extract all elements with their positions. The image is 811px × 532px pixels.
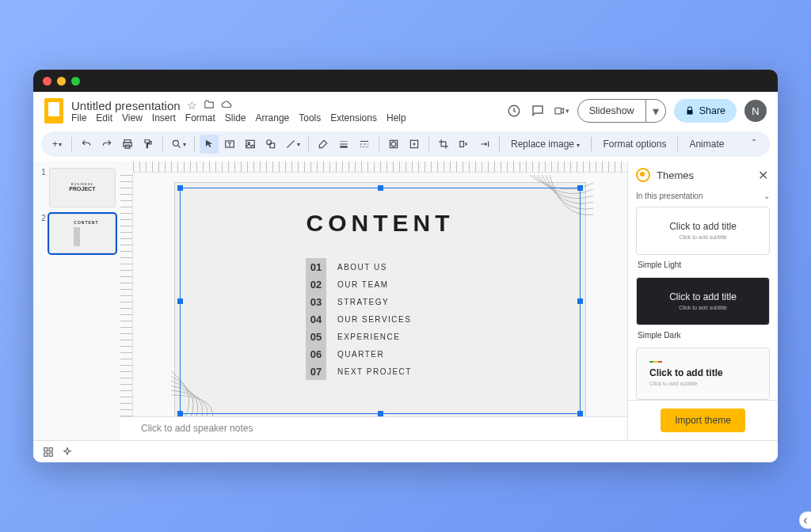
history-icon[interactable] (506, 103, 522, 119)
menu-format[interactable]: Format (185, 112, 215, 124)
menu-tools[interactable]: Tools (299, 112, 321, 124)
cloud-status-icon[interactable] (221, 99, 232, 112)
star-icon[interactable]: ☆ (187, 99, 197, 112)
window-titlebar (33, 70, 778, 92)
theme-card-simple-dark[interactable]: Click to add title Click to add subtitle (636, 277, 770, 325)
current-slide[interactable]: CONTENT 01ABOUT US 02OUR TEAM 03STRATEGY… (174, 182, 586, 416)
slideshow-dropdown[interactable]: ▾ (646, 99, 666, 123)
menu-view[interactable]: View (122, 112, 143, 124)
chevron-down-icon: ⌄ (763, 192, 770, 200)
slides-logo-icon (44, 98, 63, 124)
svg-point-4 (173, 140, 178, 146)
menu-bar: File Edit View Insert Format Slide Arran… (71, 112, 498, 124)
svg-rect-16 (44, 453, 48, 456)
menu-slide[interactable]: Slide (225, 112, 246, 124)
border-dash-button[interactable] (355, 135, 374, 154)
transition-button[interactable] (455, 135, 474, 154)
share-label: Share (699, 105, 725, 116)
slide-thumbnail-2[interactable]: CONTENT (49, 214, 116, 253)
toolbar: +▾ ▾ ▾ Replace image ▾ Format options An… (41, 131, 770, 157)
window-controls (43, 77, 80, 86)
svg-rect-17 (49, 453, 52, 456)
reset-image-button[interactable] (405, 135, 424, 154)
select-tool[interactable] (200, 135, 219, 154)
menu-arrange[interactable]: Arrange (256, 112, 290, 124)
svg-rect-0 (555, 108, 562, 114)
line-tool[interactable]: ▾ (282, 135, 303, 154)
shape-tool[interactable] (261, 135, 280, 154)
slideshow-group: Slideshow ▾ (577, 99, 666, 123)
slide-thumbnail-panel: 1 BUSINESS PROJECT 2 CONTENT (33, 162, 120, 440)
slideshow-button[interactable]: Slideshow (577, 99, 646, 123)
menu-file[interactable]: File (71, 112, 86, 124)
border-color-button[interactable] (314, 135, 333, 154)
slide-canvas[interactable]: CONTENT 01ABOUT US 02OUR TEAM 03STRATEGY… (133, 173, 627, 416)
border-weight-button[interactable] (334, 135, 353, 154)
svg-point-8 (267, 140, 272, 145)
animate-button[interactable]: Animate (683, 139, 730, 150)
speaker-notes-input[interactable]: Click to add speaker notes (120, 416, 627, 440)
svg-rect-6 (246, 140, 255, 147)
app-window: Untitled presentation ☆ File Edit View I… (33, 70, 778, 462)
comments-icon[interactable] (530, 103, 546, 119)
print-button[interactable] (118, 135, 137, 154)
app-header: Untitled presentation ☆ File Edit View I… (33, 92, 778, 127)
textbox-tool[interactable] (220, 135, 239, 154)
image-tool[interactable] (241, 135, 260, 154)
motion-button[interactable] (475, 135, 494, 154)
themes-panel-title: Themes (657, 169, 749, 181)
menu-help[interactable]: Help (386, 112, 406, 124)
svg-rect-13 (460, 142, 464, 147)
replace-image-button[interactable]: Replace image ▾ (504, 139, 586, 150)
move-icon[interactable] (204, 99, 215, 112)
menu-edit[interactable]: Edit (96, 112, 112, 124)
close-window-button[interactable] (43, 77, 51, 86)
zoom-button[interactable]: ▾ (168, 135, 189, 154)
themes-icon (636, 168, 650, 182)
selection-outline[interactable] (180, 188, 581, 414)
new-slide-button[interactable]: +▾ (48, 135, 67, 154)
svg-rect-14 (44, 447, 48, 450)
lock-icon (685, 106, 695, 116)
menu-insert[interactable]: Insert (152, 112, 176, 124)
undo-button[interactable] (77, 135, 96, 154)
horizontal-ruler (133, 162, 627, 173)
theme-name: Simple Dark (636, 329, 770, 344)
mask-image-button[interactable] (384, 135, 403, 154)
explore-icon[interactable] (62, 446, 73, 458)
toolbar-collapse-button[interactable]: ˆ (744, 135, 763, 154)
theme-name: Simple Light (636, 258, 770, 274)
bottom-strip: ‹ (33, 440, 778, 462)
close-panel-button[interactable]: ✕ (756, 168, 770, 182)
crop-button[interactable] (434, 135, 453, 154)
menu-extensions[interactable]: Extensions (330, 112, 377, 124)
minimize-window-button[interactable] (57, 77, 66, 86)
themes-section-toggle[interactable]: In this presentation ⌄ (628, 188, 778, 207)
vertical-ruler (120, 173, 133, 416)
themes-panel: Themes ✕ In this presentation ⌄ Click to… (627, 162, 778, 440)
thumb-number: 1 (38, 168, 46, 177)
share-button[interactable]: Share (674, 99, 737, 123)
slide-thumbnail-1[interactable]: BUSINESS PROJECT (49, 168, 116, 207)
grid-view-icon[interactable] (43, 446, 54, 458)
svg-rect-15 (49, 447, 52, 450)
paint-format-button[interactable] (139, 135, 158, 154)
svg-point-11 (391, 142, 396, 146)
theme-card-simple-light[interactable]: Click to add title Click to add subtitle (636, 207, 770, 255)
thumb-number: 2 (38, 214, 46, 222)
meet-icon[interactable]: ▾ (554, 103, 569, 119)
maximize-window-button[interactable] (71, 77, 80, 86)
theme-card-streamline[interactable]: Click to add title Click to add subtitle (636, 348, 770, 401)
import-theme-button[interactable]: Import theme (661, 408, 745, 432)
account-avatar[interactable]: N (744, 100, 767, 122)
redo-button[interactable] (97, 135, 116, 154)
document-title[interactable]: Untitled presentation (71, 99, 181, 112)
format-options-button[interactable]: Format options (596, 139, 672, 150)
